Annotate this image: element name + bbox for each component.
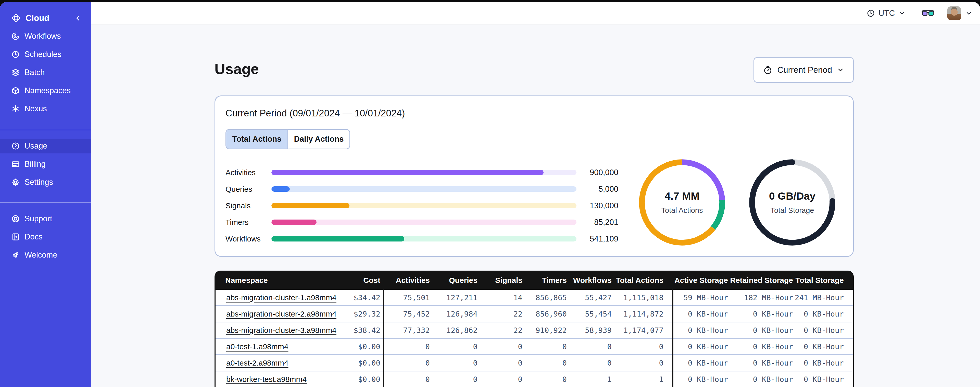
total-storage-cell: 0 KB-Hour <box>793 326 844 335</box>
namespace-link[interactable]: abs-migration-cluster-1.a98mm4 <box>226 293 336 302</box>
timezone-label: UTC <box>878 9 895 18</box>
sidebar-item-usage[interactable]: Usage <box>0 139 91 154</box>
bar-track <box>271 203 576 208</box>
timers-cell: 856,960 <box>522 310 567 318</box>
namespace-link[interactable]: a0-test-1.a98mm4 <box>226 342 288 351</box>
namespace-link[interactable]: abs-migration-cluster-2.a98mm4 <box>226 310 336 318</box>
batch-icon <box>11 68 20 77</box>
main-area: UTC Usage <box>91 2 980 387</box>
sidebar-item-billing[interactable]: Billing <box>0 157 91 171</box>
queries-cell: 127,211 <box>430 293 477 302</box>
sidebar-item-label: Support <box>24 214 52 223</box>
bar-track <box>271 236 576 241</box>
timezone-selector[interactable]: UTC <box>867 9 905 18</box>
retained-storage-cell: 0 KB-Hour <box>728 359 793 367</box>
sidebar-item-label: Batch <box>24 68 45 77</box>
sidebar-divider <box>0 130 91 130</box>
sidebar-item-docs[interactable]: Docs <box>0 229 91 244</box>
settings-gear-icon <box>11 178 20 187</box>
bar-track <box>271 186 576 192</box>
usage-page: Cloud Workflows Schedules <box>0 0 980 387</box>
temporal-cloud-logo <box>11 13 21 23</box>
total-storage-cell: 0 KB-Hour <box>793 342 844 351</box>
sidebar-item-label: Settings <box>24 178 53 187</box>
table-body: abs-migration-cluster-1.a98mm4 $34.42 75… <box>215 290 854 387</box>
cost-cell: $34.42 <box>336 293 380 302</box>
tab-total-actions[interactable]: Total Actions <box>226 130 288 149</box>
activities-cell: 75,501 <box>380 293 430 302</box>
total-actions-cell: 1,174,077 <box>612 326 663 335</box>
sidebar-item-label: Schedules <box>24 50 62 59</box>
sidebar-item-namespaces[interactable]: Namespaces <box>0 83 91 98</box>
sidebar-group-account: Usage Billing Settings <box>0 139 91 193</box>
col-header-queries: Queries <box>430 276 477 285</box>
bar-fill <box>271 186 290 192</box>
table-row: abs-migration-cluster-3.a98mm4 $38.42 77… <box>216 322 853 339</box>
workflows-cell: 55,454 <box>567 310 612 318</box>
account-menu[interactable] <box>947 6 972 20</box>
sidebar-item-schedules[interactable]: Schedules <box>0 47 91 62</box>
table-row: a0-test-2.a98mm4 $0.00 0 0 0 0 0 0 0 KB-… <box>216 355 853 371</box>
sidebar-item-nexus[interactable]: Nexus <box>0 101 91 116</box>
sidebar-item-support[interactable]: Support <box>0 211 91 226</box>
bar-track <box>271 170 576 175</box>
sidebar-item-batch[interactable]: Batch <box>0 65 91 80</box>
sidebar-collapse-icon[interactable] <box>74 14 82 22</box>
table-header-row: Namespace Cost Activities Queries Signal… <box>215 270 854 290</box>
total-storage-cell: 0 KB-Hour <box>793 375 844 384</box>
namespace-link[interactable]: bk-worker-test.a98mm4 <box>226 375 307 384</box>
namespace-link[interactable]: a0-test-2.a98mm4 <box>226 359 288 367</box>
sidebar-item-label: Billing <box>24 160 46 169</box>
bar-fill <box>271 236 404 241</box>
bar-label: Activities <box>226 168 271 177</box>
total-actions-cell: 1,114,872 <box>612 310 663 318</box>
signals-cell: 22 <box>477 326 522 335</box>
bar-track <box>271 219 576 225</box>
welcome-rocket-icon <box>11 251 20 259</box>
sidebar-divider <box>0 202 91 203</box>
total-storage-cell: 0 KB-Hour <box>793 310 844 318</box>
retained-storage-cell: 0 KB-Hour <box>728 375 793 384</box>
billing-card-icon <box>11 160 20 168</box>
table-group-divider <box>672 290 673 387</box>
namespace-cell: a0-test-2.a98mm4 <box>216 359 336 367</box>
chevron-down-icon <box>965 10 972 17</box>
sidebar-item-settings[interactable]: Settings <box>0 175 91 190</box>
sidebar-item-label: Docs <box>24 232 43 241</box>
sidebar-item-label: Welcome <box>24 250 57 260</box>
total-actions-value: 4.7 MM <box>665 190 700 202</box>
sidebar-item-welcome[interactable]: Welcome <box>0 248 91 262</box>
activities-cell: 77,332 <box>380 326 430 335</box>
namespaces-icon <box>11 86 20 95</box>
workflows-cell: 55,427 <box>567 293 612 302</box>
cost-cell: $0.00 <box>336 342 380 351</box>
glasses-toggle[interactable] <box>921 9 935 18</box>
cost-cell: $29.32 <box>336 310 380 318</box>
tab-daily-actions[interactable]: Daily Actions <box>288 130 350 149</box>
workflows-cell: 1 <box>567 375 612 384</box>
bar-row-signals: Signals 130,000 <box>226 197 624 214</box>
sidebar-item-workflows[interactable]: Workflows <box>0 29 91 44</box>
bar-row-timers: Timers 85,201 <box>226 214 624 230</box>
namespace-cell: abs-migration-cluster-1.a98mm4 <box>216 293 336 302</box>
total-actions-cell: 0 <box>612 359 663 367</box>
card-title: Current Period (09/01/2024 — 10/01/2024) <box>226 108 405 119</box>
timers-cell: 910,922 <box>522 326 567 335</box>
signals-cell: 22 <box>477 310 522 318</box>
table-row: a0-test-1.a98mm4 $0.00 0 0 0 0 0 0 0 KB-… <box>216 339 853 355</box>
col-header-timers: Timers <box>522 276 567 285</box>
chevron-down-icon <box>898 10 905 17</box>
total-actions-cell: 1,115,018 <box>612 293 663 302</box>
namespace-link[interactable]: abs-migration-cluster-3.a98mm4 <box>226 326 336 334</box>
col-header-retained-storage: Retained Storage <box>728 276 793 285</box>
period-dropdown-button[interactable]: Current Period <box>754 57 854 83</box>
signals-cell: 0 <box>477 359 522 367</box>
retained-storage-cell: 0 KB-Hour <box>728 326 793 335</box>
bar-fill <box>271 170 544 175</box>
queries-cell: 126,984 <box>430 310 477 318</box>
content-area: Usage Current Period Current Period (09/… <box>91 25 980 387</box>
total-storage-donut: 0 GB/Day Total Storage <box>746 157 838 248</box>
docs-book-icon <box>11 233 20 241</box>
signals-cell: 0 <box>477 375 522 384</box>
total-actions-cell: 1 <box>612 375 663 384</box>
